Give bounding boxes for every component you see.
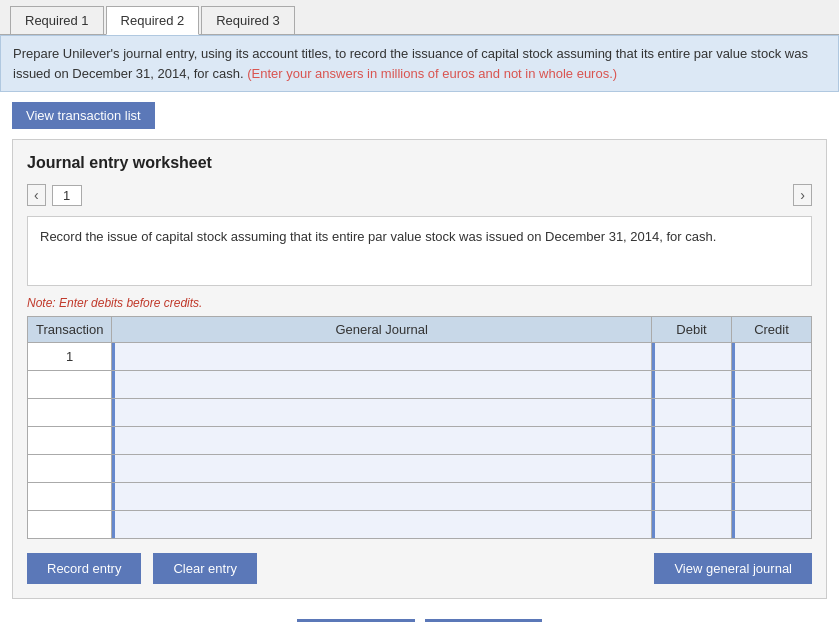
- journal-cell[interactable]: [112, 483, 652, 511]
- debit-cell[interactable]: [652, 455, 732, 483]
- table-row: [28, 399, 812, 427]
- credit-input[interactable]: [732, 371, 811, 398]
- credit-cell[interactable]: [732, 455, 812, 483]
- debit-input[interactable]: [652, 371, 731, 398]
- credit-input[interactable]: [732, 399, 811, 426]
- journal-cell[interactable]: [112, 371, 652, 399]
- journal-cell[interactable]: [112, 399, 652, 427]
- credit-input[interactable]: [732, 427, 811, 454]
- debit-input[interactable]: [652, 455, 731, 482]
- table-row: 1: [28, 343, 812, 371]
- worksheet-container: Journal entry worksheet ‹ 1 › Record the…: [12, 139, 827, 599]
- credit-input[interactable]: [732, 511, 811, 538]
- table-row: [28, 483, 812, 511]
- transaction-cell: [28, 455, 112, 483]
- debit-cell[interactable]: [652, 483, 732, 511]
- transaction-cell: [28, 371, 112, 399]
- journal-input[interactable]: [112, 483, 651, 510]
- transaction-cell: 1: [28, 343, 112, 371]
- table-row: [28, 371, 812, 399]
- journal-table: Transaction General Journal Debit Credit…: [27, 316, 812, 539]
- debit-cell[interactable]: [652, 427, 732, 455]
- tab-required-3[interactable]: Required 3: [201, 6, 295, 34]
- next-page-button[interactable]: ›: [793, 184, 812, 206]
- tab-required-2[interactable]: Required 2: [106, 6, 200, 35]
- page-number: 1: [52, 185, 82, 206]
- debit-cell[interactable]: [652, 399, 732, 427]
- transaction-cell: [28, 427, 112, 455]
- debit-cell[interactable]: [652, 371, 732, 399]
- action-row: Record entry Clear entry View general jo…: [27, 553, 812, 584]
- journal-cell[interactable]: [112, 427, 652, 455]
- credit-cell[interactable]: [732, 371, 812, 399]
- credit-input[interactable]: [732, 483, 811, 510]
- credit-input[interactable]: [732, 455, 811, 482]
- instruction-bar: Prepare Unilever's journal entry, using …: [0, 35, 839, 92]
- journal-input[interactable]: [112, 399, 651, 426]
- journal-cell[interactable]: [112, 343, 652, 371]
- transaction-cell: [28, 399, 112, 427]
- debit-input[interactable]: [652, 427, 731, 454]
- col-header-journal: General Journal: [112, 317, 652, 343]
- debit-input[interactable]: [652, 343, 731, 370]
- debit-cell[interactable]: [652, 343, 732, 371]
- credit-cell[interactable]: [732, 483, 812, 511]
- credit-cell[interactable]: [732, 511, 812, 539]
- description-box: Record the issue of capital stock assumi…: [27, 216, 812, 286]
- transaction-cell: [28, 483, 112, 511]
- credit-cell[interactable]: [732, 427, 812, 455]
- journal-input[interactable]: [112, 371, 651, 398]
- credit-cell[interactable]: [732, 343, 812, 371]
- journal-cell[interactable]: [112, 511, 652, 539]
- journal-input[interactable]: [112, 455, 651, 482]
- journal-cell[interactable]: [112, 455, 652, 483]
- col-header-debit: Debit: [652, 317, 732, 343]
- table-row: [28, 511, 812, 539]
- credit-cell[interactable]: [732, 399, 812, 427]
- clear-entry-button[interactable]: Clear entry: [153, 553, 257, 584]
- debit-input[interactable]: [652, 483, 731, 510]
- journal-input[interactable]: [112, 511, 651, 538]
- instruction-highlight: (Enter your answers in millions of euros…: [247, 66, 617, 81]
- tabs-bar: Required 1 Required 2 Required 3: [0, 0, 839, 35]
- view-transaction-button[interactable]: View transaction list: [12, 102, 155, 129]
- debit-cell[interactable]: [652, 511, 732, 539]
- credit-input[interactable]: [732, 343, 811, 370]
- journal-input[interactable]: [112, 427, 651, 454]
- debit-input[interactable]: [652, 511, 731, 538]
- worksheet-title: Journal entry worksheet: [27, 154, 812, 172]
- view-general-journal-button[interactable]: View general journal: [654, 553, 812, 584]
- record-entry-button[interactable]: Record entry: [27, 553, 141, 584]
- tab-required-1[interactable]: Required 1: [10, 6, 104, 34]
- col-header-credit: Credit: [732, 317, 812, 343]
- journal-input[interactable]: [112, 343, 651, 370]
- note-text: Note: Enter debits before credits.: [27, 296, 812, 310]
- prev-page-button[interactable]: ‹: [27, 184, 46, 206]
- table-row: [28, 427, 812, 455]
- table-row: [28, 455, 812, 483]
- col-header-transaction: Transaction: [28, 317, 112, 343]
- nav-row: ‹ 1 ›: [27, 184, 812, 206]
- debit-input[interactable]: [652, 399, 731, 426]
- transaction-cell: [28, 511, 112, 539]
